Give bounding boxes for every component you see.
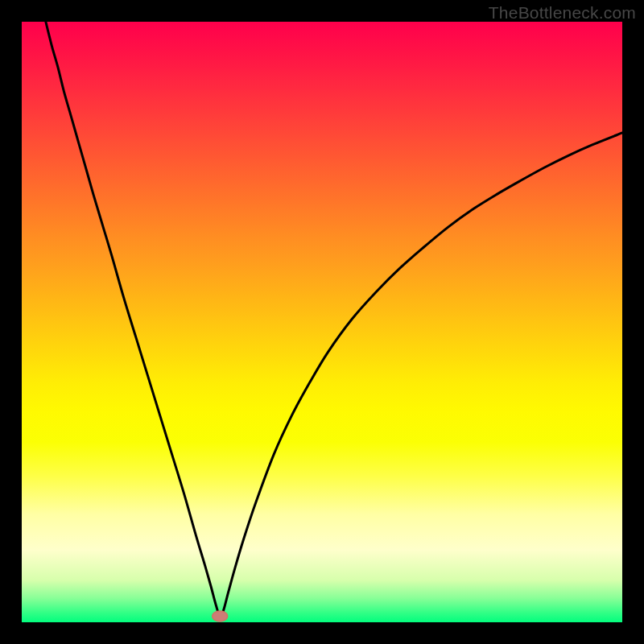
bottleneck-plot [22,22,622,622]
watermark-text: TheBottleneck.com [489,3,636,23]
chart-frame: TheBottleneck.com [0,0,644,644]
minimum-marker [213,611,228,621]
plot-background [22,22,622,622]
